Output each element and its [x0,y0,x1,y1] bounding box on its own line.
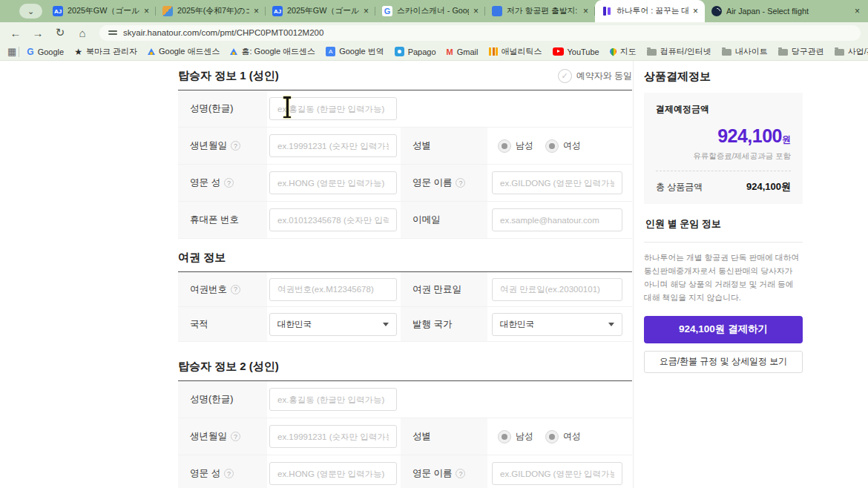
p1-passport-exp-input[interactable] [492,278,622,301]
bookmarks-bar: ▦ GGoogle ★북마크 관리자 Google 애드센스 홈: Google… [0,43,868,61]
google-icon: G [27,47,33,57]
close-icon[interactable]: × [473,6,479,16]
passport-header: 여권 정보 [178,245,632,272]
browser-tab-1[interactable]: AJ 2025年GW（ゴールデンウィーク） × [46,0,156,22]
check-circle-icon[interactable]: ✓ [558,69,572,83]
p1-birth-input[interactable] [269,134,397,157]
p1-male-radio[interactable]: 남성 [498,139,533,153]
p2-name-kr-input[interactable] [269,388,397,411]
p2-eng-first-input[interactable] [492,462,622,485]
row-phone-email: 휴대폰 번호 이메일 [178,202,632,239]
bookmark-folder-computer[interactable]: 컴퓨터/인터넷 [647,46,711,57]
tab-search-button[interactable]: ⌄ [19,4,42,19]
star-icon: ★ [74,47,82,57]
help-icon[interactable]: ? [456,469,465,478]
row-eng-name: 영문 성? 영문 이름? [178,165,632,202]
column-divider [633,61,634,488]
radio-icon[interactable] [545,430,559,444]
bookmark-google[interactable]: GGoogle [27,47,64,57]
p2-eng-last-input[interactable] [269,462,397,485]
tab-title: 2025年(令和7年)のゴールデンウィ [177,6,249,16]
close-icon[interactable]: × [254,6,259,16]
folder-icon [835,49,844,56]
pay-button[interactable]: 924,100원 결제하기 [644,316,803,343]
bookmark-papago[interactable]: Papago [395,47,436,56]
bookmark-maps[interactable]: 지도 [610,46,637,57]
bookmark-analytics[interactable]: 애널리틱스 [489,46,542,57]
chevron-down-icon [608,323,614,326]
passenger1-header: 탑승자 정보 1 (성인) ✓ 예약자와 동일 [178,61,632,90]
help-icon[interactable]: ? [231,141,240,151]
browser-tab-4[interactable]: G 스카이스캐너 - Google 검색 × [375,0,485,22]
payment-summary-card: 결제예정금액 924,100원 유류할증료/제세공과금 포함 총 상품금액 92… [644,93,803,204]
p1-nationality-select[interactable]: 대한민국 [269,313,397,336]
airjapan-favicon-icon [711,6,722,16]
tab-title: 하나투어 : 꿈꾸는 대로, 펼쳐지 [617,6,688,16]
map-pin-icon [608,47,618,56]
bookmark-folder-billiards[interactable]: 당구관련 [778,46,824,57]
flight-site-favicon-icon [492,6,502,16]
expected-amount-value: 924,100 [717,125,782,146]
help-icon[interactable]: ? [224,469,234,478]
p1-name-kr-input[interactable] [269,97,397,120]
bookmark-gmail[interactable]: MGmail [447,47,479,56]
browser-tab-5[interactable]: 저가 항공편 출발지: 서울 목적 × [485,0,595,22]
bookmark-adsense-home[interactable]: 홈: Google 애드센스 [230,46,315,57]
address-bar[interactable]: skyair.hanatour.com/com/pmt/CHPC0PMT0012… [99,25,861,41]
chevron-down-icon [383,323,389,326]
disclaimer-text: 하나투어는 개별 항공권 단독 판매에 대하여 통신판매중개자로서 통신판매의 … [644,243,803,316]
fare-rules-button[interactable]: 요금/환불 규정 및 상세일정 보기 [644,351,803,373]
apps-grid-icon[interactable]: ▦ [7,46,16,57]
site-settings-icon[interactable] [108,28,117,37]
bookmark-folder-business[interactable]: 사업/관리/개인/계정 [835,46,868,57]
p1-phone-input[interactable] [269,208,397,231]
p1-female-radio[interactable]: 여성 [545,139,581,153]
same-as-booker-label: 예약자와 동일 [576,70,632,82]
label-birth: 생년월일? [178,128,267,164]
browser-tab-3[interactable]: AJ 2025年GW（ゴールデンウィーク） × [266,0,375,22]
browser-tab-7[interactable]: Air Japan - Select flight × [705,0,867,22]
tab-title: 2025年GW（ゴールデンウィーク） [287,6,359,16]
browser-tab-6-active[interactable]: 하나투어 : 꿈꾸는 대로, 펼쳐지 × [595,0,705,22]
bookmark-youtube[interactable]: YouTube [553,47,599,56]
radio-icon[interactable] [498,139,511,153]
help-icon[interactable]: ? [231,285,240,294]
passenger-form: 탑승자 정보 1 (성인) ✓ 예약자와 동일 성명(한글) 생년월일? 성별 … [178,61,632,488]
p1-issue-country-select[interactable]: 대한민국 [492,313,622,336]
close-icon[interactable]: × [855,6,860,16]
radio-icon[interactable] [545,139,559,153]
p1-email-input[interactable] [492,208,622,231]
p1-passport-no-input[interactable] [269,278,397,301]
close-icon[interactable]: × [364,6,369,16]
bookmark-translate[interactable]: AGoogle 번역 [326,46,384,57]
p2-male-radio[interactable]: 남성 [498,430,533,444]
same-as-booker-checkbox[interactable]: ✓ 예약자와 동일 [558,69,632,83]
reload-icon[interactable]: ↻ [49,26,71,39]
radio-icon[interactable] [498,430,511,444]
p1-eng-first-input[interactable] [492,171,622,194]
browser-tab-2[interactable]: 2025年(令和7年)のゴールデンウィ × [156,0,266,22]
back-icon[interactable]: ← [4,27,27,39]
forward-icon[interactable]: → [27,27,49,39]
help-icon[interactable]: ? [231,432,240,441]
url-text[interactable]: skyair.hanatour.com/com/pmt/CHPC0PMT0012… [123,28,323,37]
help-icon[interactable]: ? [456,178,465,188]
bookmark-manager[interactable]: ★북마크 관리자 [74,46,137,57]
bookmark-folder-mysite[interactable]: 내사이트 [722,46,768,57]
analytics-icon [489,47,498,56]
section-title: 탑승자 정보 2 (성인) [178,360,279,374]
help-icon[interactable]: ? [224,178,234,188]
home-icon[interactable]: ⌂ [71,27,93,39]
close-icon[interactable]: × [693,6,698,16]
fare-info-section[interactable]: 인원 별 운임 정보 [644,206,803,243]
p1-eng-last-input[interactable] [269,171,397,194]
close-icon[interactable]: × [144,6,149,16]
p2-female-radio[interactable]: 여성 [545,430,581,444]
close-icon[interactable]: × [583,6,588,16]
label-eng-last: 영문 성? [178,455,267,488]
label-eng-first: 영문 이름? [401,455,487,488]
p2-birth-input[interactable] [269,425,397,448]
row-name-kr: 성명(한글) [178,90,632,128]
p1-gender-group: 남성 여성 [492,139,581,153]
bookmark-adsense[interactable]: Google 애드센스 [148,46,220,57]
